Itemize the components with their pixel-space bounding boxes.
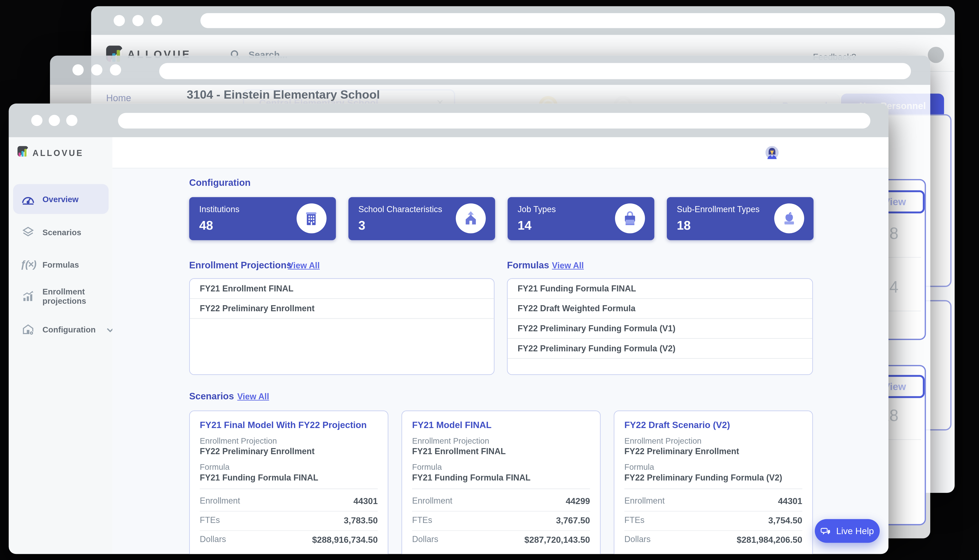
list-item[interactable]: FY21 Funding Formula FINAL xyxy=(508,279,812,299)
list-item[interactable]: FY21 Enrollment FINAL xyxy=(190,279,494,299)
live-help-label: Live Help xyxy=(836,526,874,536)
sidebar-item-label: Configuration xyxy=(42,325,96,334)
traffic-light-icon[interactable] xyxy=(110,64,121,75)
chat-icon xyxy=(820,526,832,536)
stat-value: 14 xyxy=(518,218,531,233)
brand-name: ALLOVUE xyxy=(32,148,84,158)
layers-diamond-icon xyxy=(21,226,35,238)
list-item[interactable]: FY22 Draft Weighted Formula xyxy=(508,299,812,319)
field-label: Formula xyxy=(200,462,230,472)
stat-card-school-characteristics[interactable]: School Characteristics 3 xyxy=(348,197,495,240)
stat-label: Institutions xyxy=(199,205,240,214)
field-value: FY21 Funding Formula FINAL xyxy=(200,473,318,482)
speedometer-icon xyxy=(21,193,35,205)
traffic-light-icon[interactable] xyxy=(114,15,125,26)
field-label: Formula xyxy=(412,462,442,472)
traffic-light-icon[interactable] xyxy=(132,15,144,26)
field-label: Formula xyxy=(624,462,654,472)
list-item[interactable]: FY22 Preliminary Funding Formula (V2) xyxy=(508,339,812,359)
stat-value: 18 xyxy=(677,218,691,233)
allovue-logo-icon xyxy=(17,146,28,159)
bar-chart-trend-icon xyxy=(21,290,35,303)
back-titlebar xyxy=(91,6,955,35)
address-bar[interactable] xyxy=(159,63,911,79)
table-row: Dollars$288,916,734.50 xyxy=(200,535,378,543)
traffic-light-icon[interactable] xyxy=(151,15,162,26)
section-heading-configuration: Configuration xyxy=(189,177,251,188)
stat-label: Job Types xyxy=(518,205,556,214)
user-avatar[interactable] xyxy=(928,47,944,63)
traffic-light-icon[interactable] xyxy=(91,64,102,75)
view-all-link[interactable]: View All xyxy=(552,261,584,270)
field-value: FY21 Enrollment FINAL xyxy=(412,447,506,456)
scenario-title: FY21 Model FINAL xyxy=(412,420,591,430)
view-all-link[interactable]: View All xyxy=(237,392,269,401)
table-row: FTEs3,754.50 xyxy=(624,515,802,524)
view-all-link[interactable]: View All xyxy=(288,261,320,270)
traffic-light-icon[interactable] xyxy=(49,115,60,126)
table-row: Enrollment44301 xyxy=(200,496,378,505)
table-row: FTEs3,767.50 xyxy=(412,515,590,524)
sidebar-item-label: Formulas xyxy=(42,260,79,269)
field-value: FY22 Preliminary Enrollment xyxy=(624,447,739,456)
traffic-light-icon[interactable] xyxy=(31,115,42,126)
table-row: Dollars$281,984,206.50 xyxy=(624,535,802,543)
formulas-list: FY21 Funding Formula FINAL FY22 Draft We… xyxy=(507,278,813,375)
building-icon xyxy=(297,203,326,233)
sidebar: ALLOVUE Overview Scenarios ƒ(×) Formulas xyxy=(8,137,112,554)
field-label: Enrollment Projection xyxy=(624,436,702,445)
field-label: Enrollment Projection xyxy=(200,436,277,445)
traffic-light-icon[interactable] xyxy=(72,64,84,75)
table-row: Enrollment44299 xyxy=(412,496,590,505)
list-item[interactable]: FY22 Preliminary Enrollment xyxy=(190,299,494,319)
summary-value: 8 xyxy=(889,224,899,243)
sidebar-item-label: Enrollment projections xyxy=(42,287,96,306)
section-heading-formulas: Formulas xyxy=(507,260,549,270)
fx-formula-icon: ƒ(×) xyxy=(21,259,35,270)
content-header xyxy=(112,137,889,168)
stat-label: Sub-Enrollment Types xyxy=(677,205,760,214)
stat-card-sub-enrollment-types[interactable]: Sub-Enrollment Types 18 xyxy=(667,197,814,240)
school-gear-icon xyxy=(21,323,35,336)
middle-titlebar xyxy=(50,55,930,85)
sidebar-item-overview[interactable]: Overview xyxy=(13,184,109,214)
stat-card-job-types[interactable]: Job Types 14 xyxy=(508,197,655,240)
address-bar[interactable] xyxy=(200,13,945,28)
stat-value: 3 xyxy=(358,218,365,233)
table-row: Enrollment44301 xyxy=(624,496,802,505)
live-help-button[interactable]: Live Help xyxy=(815,519,880,543)
schoolhouse-icon xyxy=(456,203,486,233)
sidebar-item-enrollment-projections[interactable]: Enrollment projections xyxy=(13,282,109,311)
enrollment-projections-list: FY21 Enrollment FINAL FY22 Preliminary E… xyxy=(189,278,495,375)
sidebar-item-scenarios[interactable]: Scenarios xyxy=(13,217,109,247)
scenario-card[interactable]: FY21 Model FINAL Enrollment Projection F… xyxy=(401,410,601,554)
scenario-title: FY22 Draft Scenario (V2) xyxy=(624,420,804,430)
browser-window-front: ALLOVUE Overview Scenarios ƒ(×) Formulas xyxy=(8,103,889,554)
field-label: Enrollment Projection xyxy=(412,436,489,445)
address-bar[interactable] xyxy=(118,113,870,128)
main-content: Configuration Institutions 48 School Cha… xyxy=(112,137,889,554)
traffic-light-icon[interactable] xyxy=(66,115,77,126)
page-title: 3104 - Einstein Elementary School xyxy=(187,88,380,102)
user-avatar[interactable] xyxy=(765,146,779,159)
table-row: Dollars$287,720,143.50 xyxy=(412,535,590,543)
stat-value: 48 xyxy=(199,218,213,233)
field-value: FY22 Preliminary Funding Formula (V2) xyxy=(624,473,782,482)
apple-book-icon xyxy=(774,203,804,233)
sidebar-item-formulas[interactable]: ƒ(×) Formulas xyxy=(13,250,109,279)
sidebar-item-label: Scenarios xyxy=(42,227,81,237)
list-item[interactable]: FY22 Preliminary Funding Formula (V1) xyxy=(508,319,812,339)
sidebar-item-configuration[interactable]: Configuration xyxy=(13,315,109,344)
section-heading-scenarios: Scenarios xyxy=(189,390,234,401)
stat-card-institutions[interactable]: Institutions 48 xyxy=(189,197,336,240)
scenario-card[interactable]: FY21 Final Model With FY22 Projection En… xyxy=(189,410,388,554)
summary-value: 4 xyxy=(889,278,899,297)
screenshot-canvas: ALLOVUE Feedback? Central Elementary Sch… xyxy=(0,0,979,560)
home-nav-link[interactable]: Home xyxy=(106,92,131,103)
briefcase-icon xyxy=(615,203,645,233)
field-value: FY21 Funding Formula FINAL xyxy=(412,473,531,482)
front-titlebar xyxy=(8,103,889,137)
scenario-card[interactable]: FY22 Draft Scenario (V2) Enrollment Proj… xyxy=(614,410,813,554)
section-heading-enrollment-projections: Enrollment Projections xyxy=(189,260,292,270)
sidebar-item-label: Overview xyxy=(42,195,79,204)
